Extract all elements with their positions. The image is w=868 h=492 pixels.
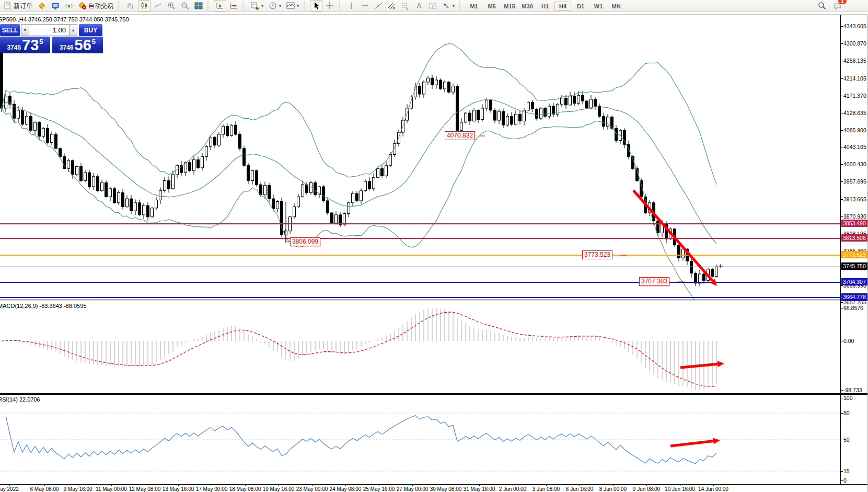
new-order-button[interactable]: 新订单	[2, 0, 34, 12]
time-tick-label: 23 May 00:00	[296, 486, 328, 492]
time-tick-label: 18 May 08:00	[229, 486, 261, 492]
price-annotation[interactable]: 3707.383	[639, 277, 669, 286]
pane-separator[interactable]	[0, 300, 868, 300]
price-annotation[interactable]: 3773.523	[582, 250, 612, 259]
zoom-out-button[interactable]	[179, 0, 191, 12]
timeframe-mn[interactable]: MN	[608, 2, 624, 11]
sell-button[interactable]: SELL	[0, 24, 20, 36]
trendline-tool-button[interactable]	[372, 0, 385, 12]
timeframe-h4[interactable]: H4	[554, 2, 571, 11]
pane-separator[interactable]	[0, 393, 868, 394]
time-axis[interactable]: ay 20226 May 08:009 May 16:0011 May 00:0…	[0, 484, 868, 492]
auto-trading-button[interactable]: 自动交易	[76, 0, 115, 12]
price-chart-pane[interactable]	[0, 15, 840, 300]
time-tick-label: 3 Jun 08:00	[533, 486, 560, 492]
main-toolbar: 新订单 自动交易	[0, 0, 868, 12]
timeframe-m30[interactable]: M30	[519, 2, 536, 11]
text-tool-button[interactable]: A	[413, 0, 425, 12]
axis-tick-mark	[841, 113, 843, 113]
equidistant-channel-icon: E	[388, 2, 396, 10]
horizontal-line-tool-button[interactable]	[358, 0, 371, 12]
price-tick-label: 4128.635	[843, 110, 866, 116]
timeframe-m5[interactable]: M5	[483, 2, 500, 11]
time-tick-label: 24 May 08:00	[330, 486, 362, 492]
bb-lower	[2, 108, 716, 300]
svg-text:T: T	[432, 4, 435, 9]
tile-windows-button[interactable]	[192, 0, 205, 12]
time-tick-label: ay 2022	[0, 486, 19, 492]
time-tick-label: 31 May 16:00	[464, 486, 495, 492]
signals-button[interactable]	[63, 0, 75, 12]
add-indicator-button[interactable]: ▾	[249, 0, 265, 12]
candlestick-mode-button[interactable]	[138, 0, 151, 12]
volume-decrease-button[interactable]: ▼	[21, 24, 29, 36]
new-order-label: 新订单	[14, 2, 32, 10]
auto-scroll-button[interactable]	[214, 0, 226, 12]
clock-icon	[269, 2, 277, 10]
crosshair-tool-button[interactable]	[323, 0, 336, 12]
timeframe-m15[interactable]: M15	[501, 2, 518, 11]
price-tick-label: 4214.105	[843, 75, 866, 82]
trend-arrow	[680, 364, 717, 368]
axis-tick-mark	[841, 308, 843, 308]
time-tick-label: 11 May 00:00	[96, 486, 127, 492]
price-annotation[interactable]: 4070.832	[445, 131, 475, 140]
price-tick-label: 4000.430	[843, 161, 866, 167]
line-chart-mode-button[interactable]	[152, 0, 164, 12]
buy-button[interactable]: BUY	[79, 24, 102, 36]
macd-pane[interactable]	[0, 301, 840, 393]
price-tick-label: 3957.695	[843, 178, 866, 185]
auto-trading-icon	[78, 2, 87, 10]
price-level-badge: 3704.307	[841, 278, 867, 285]
channel-tool-button[interactable]: E	[386, 0, 398, 12]
time-tick-label: 13 May 16:00	[163, 486, 194, 492]
rsi-indicator-label: RSI(14) 22.0706	[0, 396, 40, 403]
horizontal-line-icon	[361, 2, 369, 10]
cursor-tool-button[interactable]	[310, 0, 322, 12]
price-tick-label: 3870.930	[843, 213, 866, 220]
periods-button[interactable]: ▾	[267, 0, 283, 12]
timeframe-m1[interactable]: M1	[466, 2, 482, 11]
time-tick-label: 14 Jun 00:00	[698, 486, 728, 492]
buy-price-display[interactable]: 3746 56 5	[52, 37, 103, 53]
arrows-tool-button[interactable]: ▾	[440, 0, 457, 12]
time-tick-label: 19 May 16:00	[263, 486, 295, 492]
pane-separator[interactable]	[0, 394, 868, 395]
macd-signal-line	[2, 312, 716, 386]
bar-chart-mode-button[interactable]	[124, 0, 137, 12]
sell-price-display[interactable]: 3745 73 5	[0, 37, 50, 53]
axis-tick-mark	[841, 440, 843, 440]
chart-shift-icon	[229, 2, 238, 10]
price-level-badge: 3853.490	[841, 220, 867, 227]
axis-tick-mark	[841, 285, 843, 286]
strategy-tester-button[interactable]	[49, 0, 62, 12]
time-tick-label: 2 Jun 00:00	[499, 486, 526, 492]
volume-input[interactable]	[29, 24, 69, 36]
timeframe-w1[interactable]: W1	[590, 2, 607, 11]
volume-increase-button[interactable]: ▲	[69, 24, 77, 36]
zoom-in-button[interactable]	[165, 0, 178, 12]
time-tick-label: 8 Jun 00:00	[599, 486, 627, 492]
price-axis[interactable]: 4343.6054300.8704258.1354214.1054171.370…	[840, 15, 868, 484]
market-depth-button[interactable]	[36, 0, 48, 12]
timeframe-d1[interactable]: D1	[572, 2, 589, 11]
trend-arrow	[670, 441, 713, 446]
axis-tick-mark	[841, 26, 843, 27]
chart-top-border	[0, 15, 868, 15]
label-tool-button[interactable]: T	[426, 0, 439, 12]
time-tick-label: 9 Jun 08:00	[633, 486, 660, 492]
pane-separator[interactable]	[0, 301, 868, 301]
new-order-icon	[4, 2, 12, 10]
vertical-line-tool-button[interactable]	[345, 0, 357, 12]
price-annotation[interactable]: 3806.099	[290, 237, 320, 246]
templates-button[interactable]: ▾	[284, 0, 301, 12]
chevron-down-icon: ▾	[261, 4, 263, 8]
notification-badge: 1	[838, 0, 847, 4]
toolbar-separator	[304, 1, 307, 10]
chat-button[interactable]: 1	[834, 1, 842, 10]
timeframe-h1[interactable]: H1	[537, 2, 553, 11]
search-icon[interactable]	[818, 2, 826, 10]
rsi-pane[interactable]	[0, 395, 840, 484]
fibonacci-tool-button[interactable]: F	[399, 0, 412, 12]
chart-shift-button[interactable]	[227, 0, 240, 12]
